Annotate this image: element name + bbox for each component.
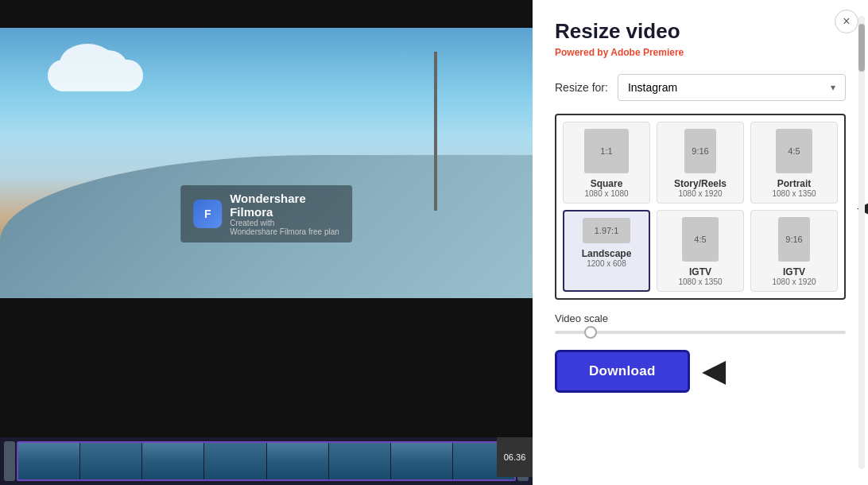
ratio-box-igtv-1: 4:5 <box>682 217 719 262</box>
right-panel: × Resize video Powered by Adobe Premiere… <box>533 0 868 485</box>
timecode-badge: 06.36 <box>497 441 516 477</box>
resize-option-story-reels[interactable]: 9:16 Story/Reels 1080 x 1920 <box>657 122 744 204</box>
scrollbar[interactable] <box>858 16 865 469</box>
ratio-box-story-reels: 9:16 <box>684 129 716 173</box>
dropdown-selected-value: Instagram <box>628 81 677 94</box>
watermark-text: Wondershare Filmora Created with Wonders… <box>230 192 339 236</box>
ratio-box-portrait: 4:5 <box>776 129 812 173</box>
frame-7 <box>391 443 452 479</box>
ratio-box-square: 1:1 <box>584 129 629 173</box>
option-label-igtv-1: IGTV <box>661 266 740 277</box>
frame-2 <box>80 443 141 479</box>
brand-name: Wondershare <box>230 192 339 205</box>
page-title: Resize video <box>555 19 846 44</box>
resize-options-grid: 1:1 Square 1080 x 1080 9:16 Story/Reels … <box>563 122 838 292</box>
option-label-landscape: Landscape <box>568 248 645 259</box>
option-size-story-reels: 1080 x 1920 <box>661 189 740 198</box>
watermark-overlay: F Wondershare Filmora Created with Wonde… <box>180 185 352 242</box>
option-size-square: 1080 x 1080 <box>567 189 646 198</box>
frame-3 <box>142 443 203 479</box>
resize-option-igtv-2[interactable]: 9:16 IGTV 1080 x 1920 <box>750 210 838 292</box>
download-area: Download ◀ <box>555 350 846 393</box>
resize-options-grid-wrapper: 1:1 Square 1080 x 1080 9:16 Story/Reels … <box>555 114 846 300</box>
option-label-square: Square <box>567 178 646 189</box>
video-scale-label: Video scale <box>555 312 846 324</box>
resize-option-square[interactable]: 1:1 Square 1080 x 1080 <box>563 122 650 204</box>
timeline-frames: 06.36 <box>17 441 516 481</box>
frame-6 <box>329 443 390 479</box>
mast-decoration <box>434 52 437 211</box>
option-label-story-reels: Story/Reels <box>661 178 740 189</box>
option-label-igtv-2: IGTV <box>754 266 834 277</box>
video-preview: F Wondershare Filmora Created with Wonde… <box>0 28 533 298</box>
resize-for-row: Resize for: Instagram ▾ <box>555 74 846 101</box>
option-size-landscape: 1200 x 608 <box>568 259 645 268</box>
option-size-igtv-1: 1080 x 1350 <box>661 277 740 286</box>
timeline: 06.36 <box>0 437 533 485</box>
resize-option-landscape[interactable]: 1.97:1 Landscape 1200 x 608 <box>563 210 650 292</box>
slider-thumb[interactable] <box>584 326 597 339</box>
resize-option-igtv-1[interactable]: 4:5 IGTV 1080 x 1350 <box>657 210 744 292</box>
ratio-box-landscape: 1.97:1 <box>583 218 630 243</box>
close-button[interactable]: × <box>835 10 858 33</box>
watermark-created: Created with <box>230 219 339 227</box>
watermark-plan: Wondershare Filmora free plan <box>230 227 339 236</box>
resize-for-dropdown[interactable]: Instagram ▾ <box>618 74 846 101</box>
resize-for-label: Resize for: <box>555 81 608 94</box>
option-label-portrait: Portrait <box>754 178 834 189</box>
frame-5 <box>267 443 328 479</box>
frame-1 <box>18 443 79 479</box>
cloud-decoration <box>48 60 143 91</box>
timeline-handle-left[interactable] <box>4 441 15 481</box>
option-size-igtv-2: 1080 x 1920 <box>754 277 834 286</box>
ratio-box-igtv-2: 9:16 <box>778 217 810 262</box>
adobe-premiere-label: Adobe Premiere <box>610 47 684 58</box>
left-panel: F Wondershare Filmora Created with Wonde… <box>0 0 533 485</box>
download-button[interactable]: Download <box>555 350 690 393</box>
powered-by-text: Powered by Adobe Premiere <box>555 47 846 58</box>
chevron-down-icon: ▾ <box>831 82 835 93</box>
frame-4 <box>204 443 265 479</box>
filmora-logo-icon: F <box>193 200 222 228</box>
video-scale-slider-container[interactable] <box>555 331 846 334</box>
scrollbar-thumb[interactable] <box>858 24 865 72</box>
download-arrow-icon: ◀ <box>703 355 725 388</box>
option-size-portrait: 1080 x 1350 <box>754 189 834 198</box>
video-scale-slider[interactable] <box>555 331 846 334</box>
resize-option-portrait[interactable]: 4:5 Portrait 1080 x 1350 <box>750 122 838 204</box>
sub-brand: Filmora <box>230 205 339 219</box>
